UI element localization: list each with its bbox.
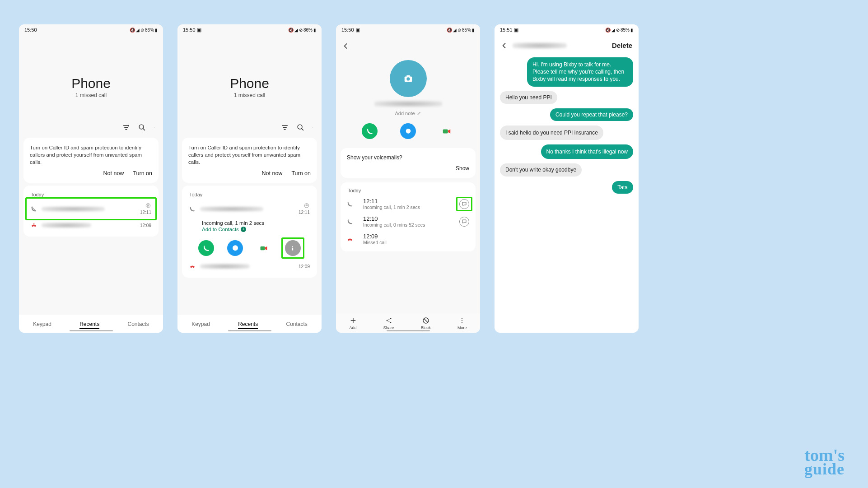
svg-rect-16 [406,75,410,77]
contact-redacted [200,206,263,212]
message-button[interactable] [400,123,416,139]
info-button[interactable] [285,240,301,256]
message-in[interactable]: Hello you need PPI [500,91,557,104]
screen-2-phone-expanded: 15:50 ▣ 🔇 ◢ ⊘ 86% ▮ Phone 1 missed call … [177,24,322,333]
transcript-icon [303,203,310,209]
missed-call-icon [31,222,37,228]
message-out[interactable]: Could you repeat that please? [550,108,633,121]
wifi-icon: ◢ [611,28,615,33]
log-row-3[interactable]: 12:09 Missed call [347,230,469,248]
page-title: Phone [19,76,163,91]
today-label: Today [347,186,469,195]
status-bar: 15:50 ▣ 🔇 ◢ ⊘ 86% ▮ [177,24,322,35]
toms-guide-logo: tom's guide [804,448,845,476]
add-note-button[interactable]: Add note [336,111,480,116]
call-row-1[interactable]: 12:11 [188,199,311,218]
vm-show-button[interactable]: Show [347,165,469,172]
chat-icon [462,201,467,207]
transcript-button[interactable] [459,199,469,209]
screenshot-icon: ▣ [197,27,201,33]
turn-on-button[interactable]: Turn on [291,170,311,177]
svg-point-0 [139,125,144,129]
screen-3-contact-detail: 15:50 ▣ 🔇 ◢ ⊘ 85% ▮ Add note [336,24,480,333]
svg-point-15 [406,77,410,80]
message-out[interactable]: Hi. I'm using Bixby to talk for me. Plea… [527,57,633,87]
add-to-contacts-button[interactable]: Add to Contacts + [202,227,311,232]
call-button[interactable] [198,240,214,256]
tab-contacts[interactable]: Contacts [127,321,149,329]
call-row-2[interactable]: 12:09 [188,260,311,273]
screenshot-icon: ▣ [355,27,360,33]
video-call-button[interactable] [439,123,454,139]
filter-icon[interactable] [281,124,289,131]
transcript-button[interactable] [459,217,469,227]
not-now-button[interactable]: Not now [262,170,283,177]
log-row-1[interactable]: 12:11 Incoming call, 1 min 2 secs [347,195,469,213]
call-row-2[interactable]: 12:09 [30,218,152,232]
tab-recents[interactable]: Recents [79,321,99,329]
tab-contacts[interactable]: Contacts [286,321,307,329]
search-icon[interactable] [138,124,146,131]
back-icon[interactable] [501,42,508,49]
tab-recents[interactable]: Recents [238,321,258,329]
battery-icon: ▮ [472,28,475,33]
call-history-card: Today 12:11 Incoming call, 1 min 2 secs … [341,182,476,251]
search-icon[interactable] [297,124,304,131]
incoming-call-icon [31,206,37,212]
share-button[interactable]: Share [383,317,394,330]
tab-keypad[interactable]: Keypad [33,321,51,329]
incoming-call-icon [347,201,353,207]
video-call-button[interactable] [256,240,272,256]
spam-message: Turn on Caller ID and spam protection to… [188,144,311,166]
message-out[interactable]: No thanks I think that's illegal now [541,144,633,159]
status-bar: 15:50 🔇 ◢ ⊘ 86% ▮ [19,24,163,35]
page-subtitle: 1 missed call [19,92,163,98]
conversation-header: Delete [495,35,639,53]
page-title: Phone [177,76,322,91]
message-in[interactable]: I said hello do you need PPI insurance [500,125,603,140]
message-out[interactable]: Tata [612,181,633,194]
delete-button[interactable]: Delete [612,42,632,49]
call-time: 12:11 [299,210,310,215]
call-button[interactable] [362,123,378,139]
back-icon[interactable] [342,42,350,50]
status-bar: 15:51 ▣ 🔇 ◢ ⊘ 85% ▮ [495,24,639,35]
screenshot-icon: ▣ [514,27,518,33]
log-time: 12:10 [363,215,454,222]
mute-icon: 🔇 [447,28,452,33]
call-log-card: Today 12:11 Incoming call, 1 min 2 secs … [182,186,317,278]
more-button[interactable]: More [457,317,467,330]
nav-indicator [228,330,271,331]
battery-icon: ▮ [155,28,158,33]
plus-icon: + [241,227,246,232]
block-button[interactable]: Block [421,317,431,330]
turn-on-button[interactable]: Turn on [133,170,152,177]
log-row-2[interactable]: 12:10 Incoming call, 0 mins 52 secs [347,213,469,230]
svg-point-5 [298,125,302,129]
avatar[interactable] [390,60,427,97]
message-button[interactable] [227,240,243,256]
contact-redacted [200,264,250,269]
message-in[interactable]: Don't you write okay goodbye [500,163,582,176]
bottom-actions: Add Share Block More [336,313,480,333]
battery-text: 86% [303,28,313,33]
clock: 15:51 [500,27,513,33]
not-now-button[interactable]: Not now [103,170,124,177]
incoming-call-icon [189,206,196,212]
tab-keypad[interactable]: Keypad [191,321,210,329]
svg-rect-11 [261,246,265,250]
more-icon[interactable] [313,124,314,131]
add-button[interactable]: Add [350,317,357,330]
svg-point-17 [406,129,411,134]
camera-icon [403,74,413,84]
svg-point-6 [313,127,313,127]
filter-icon[interactable] [122,124,130,131]
more-icon[interactable] [154,124,156,131]
call-row-1[interactable]: 12:11 [30,199,152,218]
contact-number-redacted [513,42,567,49]
svg-point-23 [462,318,462,319]
clock: 15:50 [183,27,196,33]
spam-protection-card: Turn on Caller ID and spam protection to… [182,138,317,183]
call-detail: Incoming call, 1 min 2 secs Add to Conta… [188,218,311,234]
battery-text: 85% [621,28,630,33]
